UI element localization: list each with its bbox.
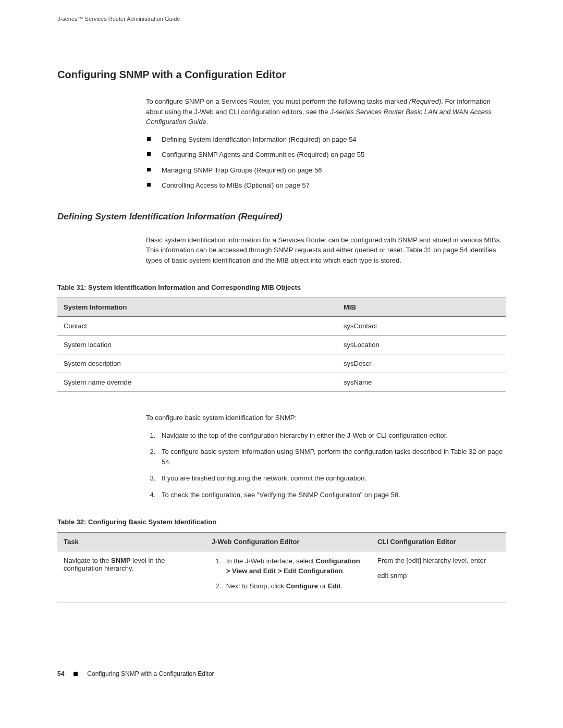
button-ref: Edit <box>328 582 341 590</box>
table-cell: sysDescr <box>337 354 506 373</box>
running-head: J-series™ Services Router Administration… <box>57 16 506 22</box>
subsection-heading: Defining System Identification Informati… <box>57 212 506 222</box>
footer-text: Configuring SNMP with a Configuration Ed… <box>87 670 214 677</box>
list-item: Configuring SNMP Agents and Communities … <box>146 150 506 160</box>
table-cell: sysLocation <box>337 336 506 354</box>
list-item: To check the configuration, see "Verifyi… <box>157 490 506 500</box>
subsection-body: Basic system identification information … <box>146 235 506 266</box>
list-item: Controlling Access to MIBs (Optional) on… <box>146 180 506 191</box>
table-row: System location sysLocation <box>57 336 506 354</box>
text: hierarchy level, enter <box>421 557 486 564</box>
table-cell-task: Navigate to the SNMP level in the config… <box>57 551 205 602</box>
list-item: If you are finished configuring the netw… <box>157 473 506 484</box>
intro-paragraph: To configure SNMP on a Services Router, … <box>146 96 506 127</box>
table-row: System name override sysName <box>57 373 506 392</box>
list-item: Navigate to the top of the configuration… <box>157 430 506 441</box>
list-item: Defining System Identification Informati… <box>146 134 506 145</box>
button-ref: Configure <box>286 582 318 590</box>
table-cell: System name override <box>57 373 337 392</box>
document-page: J-series™ Services Router Administration… <box>0 0 563 693</box>
table-row: Navigate to the SNMP level in the config… <box>57 551 506 602</box>
subsection-paragraph: Basic system identification information … <box>146 235 506 266</box>
text: or <box>318 582 328 590</box>
table-cell: sysContact <box>337 317 506 336</box>
text: From the <box>377 557 407 564</box>
table-header-cell: System Information <box>57 298 337 317</box>
lead-in-paragraph: To configure basic system identification… <box>146 413 506 423</box>
table-header-cell: MIB <box>337 298 506 317</box>
cli-level: [edit] <box>407 557 421 564</box>
table-header-row: System Information MIB <box>57 298 506 317</box>
table32-caption: Table 32: Configuring Basic System Ident… <box>57 518 506 526</box>
table31-caption: Table 31: System Identification Informat… <box>57 283 506 291</box>
text: . <box>342 567 345 575</box>
task-list: Defining System Identification Informati… <box>146 134 506 191</box>
table-cell: System description <box>57 354 337 373</box>
text: . <box>206 118 209 126</box>
text: Next to Snmp, click <box>226 582 286 590</box>
text: To configure SNMP on a Services Router, … <box>146 97 409 105</box>
page-footer: 54 Configuring SNMP with a Configuration… <box>57 670 506 677</box>
table-cell-jweb: In the J-Web interface, select Configura… <box>205 551 371 602</box>
subsection-body-2: To configure basic system identification… <box>146 413 506 500</box>
list-item: In the J-Web interface, select Configura… <box>223 557 365 576</box>
required-emphasis: (Required) <box>409 97 441 105</box>
table31: System Information MIB Contact sysContac… <box>57 298 506 392</box>
table-header-cell: CLI Configuration Editor <box>371 533 506 551</box>
cli-command: edit snmp <box>377 572 499 579</box>
jweb-steps: In the J-Web interface, select Configura… <box>212 557 365 591</box>
table-row: System description sysDescr <box>57 354 506 373</box>
table-header-cell: J-Web Configuration Editor <box>205 533 371 551</box>
text: . <box>340 582 342 590</box>
table-cell: System location <box>57 336 337 354</box>
table-row: Contact sysContact <box>57 317 506 336</box>
bold-term: SNMP <box>111 557 131 564</box>
table-header-row: Task J-Web Configuration Editor CLI Conf… <box>57 533 506 551</box>
page-number: 54 <box>57 670 64 677</box>
table32: Task J-Web Configuration Editor CLI Conf… <box>57 532 506 602</box>
text: Navigate to the <box>64 557 111 564</box>
cli-instruction: From the [edit] hierarchy level, enter <box>377 557 499 564</box>
table-cell: Contact <box>57 317 337 336</box>
procedure-steps: Navigate to the top of the configuration… <box>146 430 506 500</box>
list-item: To configure basic system information us… <box>157 447 506 467</box>
text: In the J-Web interface, select <box>226 557 316 565</box>
list-item: Next to Snmp, click Configure or Edit. <box>223 582 365 591</box>
list-item: Managing SNMP Trap Groups (Required) on … <box>146 165 506 176</box>
table-cell-cli: From the [edit] hierarchy level, enter e… <box>371 551 506 602</box>
section-heading: Configuring SNMP with a Configuration Ed… <box>57 69 506 81</box>
table-cell: sysName <box>337 373 506 392</box>
table-header-cell: Task <box>57 533 205 551</box>
section-body: To configure SNMP on a Services Router, … <box>146 96 506 191</box>
square-icon <box>74 672 78 676</box>
